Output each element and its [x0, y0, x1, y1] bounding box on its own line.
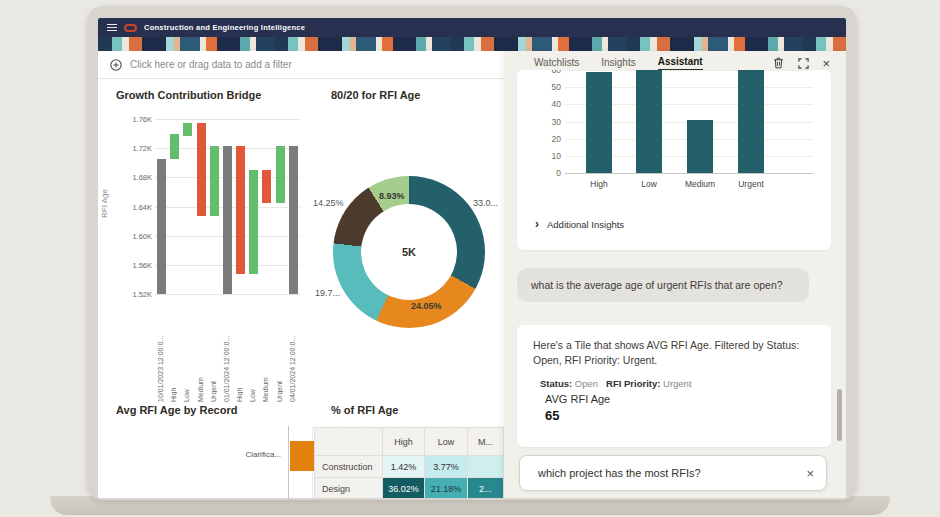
- oracle-logo-icon: [124, 24, 137, 32]
- chat-input[interactable]: [536, 466, 798, 480]
- assistant-answer-text: Here's a Tile that shows AVG RFI Age. Fi…: [533, 338, 815, 367]
- waterfall-y-ticks: 1.52K1.56K1.60K1.64K1.68K1.72K1.76K: [118, 119, 152, 294]
- waterfall-chart-title: Growth Contribution Bridge: [116, 89, 261, 101]
- hbar-category-label: Clarifica...: [198, 450, 281, 459]
- assistant-panel: Watchlists Insights Assistant: [504, 51, 846, 498]
- tile-metric-label: AVG RFI Age: [540, 393, 815, 405]
- tab-insights[interactable]: Insights: [601, 57, 635, 70]
- clear-input-icon[interactable]: ×: [798, 466, 814, 481]
- close-icon[interactable]: ×: [822, 57, 830, 70]
- tab-watchlists[interactable]: Watchlists: [534, 57, 579, 70]
- insight-chart-axis: [565, 173, 813, 174]
- metric-tile[interactable]: Status: Open RFI Priority: Urgent AVG RF…: [533, 378, 815, 423]
- tile-metric-value: 65: [540, 408, 815, 423]
- additional-insights-toggle[interactable]: › Additional Insights: [535, 218, 624, 230]
- waterfall-plot: [155, 119, 300, 295]
- expand-icon[interactable]: [797, 57, 809, 69]
- insight-chart-y-ticks: 0102030405060: [539, 70, 561, 180]
- waterfall-y-axis-label: RFI Age: [100, 189, 109, 218]
- assistant-answer-card: Here's a Tile that shows AVG RFI Age. Fi…: [517, 325, 831, 447]
- pct-table: HighLowM...Construction1.42%3.77%Design3…: [314, 427, 504, 498]
- tile-filters: Status: Open RFI Priority: Urgent: [540, 378, 815, 389]
- donut-center-label: 5K: [361, 204, 457, 300]
- hamburger-menu-icon[interactable]: [107, 24, 117, 32]
- chat-input-box[interactable]: ×: [519, 455, 827, 491]
- charts-area: Growth Contribution Bridge RFI Age 1.52K…: [98, 79, 504, 498]
- dashboard-pane: Click here or drag data to add a filter …: [98, 51, 504, 498]
- hbar-axis: [288, 426, 289, 498]
- donut-chart-title: 80/20 for RFI Age: [331, 89, 420, 101]
- app-title: Construction and Engineering Intelligenc…: [144, 23, 305, 32]
- top-app-bar: Construction and Engineering Intelligenc…: [98, 18, 846, 37]
- table-chart-title: % of RFI Age: [331, 404, 398, 416]
- hbar-chart-title: Avg RFI Age by Record: [116, 404, 237, 416]
- chevron-right-icon: ›: [535, 218, 539, 230]
- add-filter-icon: [110, 59, 122, 71]
- filter-placeholder: Click here or drag data to add a filter: [130, 59, 292, 70]
- app-screen: Construction and Engineering Intelligenc…: [98, 18, 846, 498]
- trash-icon[interactable]: [772, 57, 784, 69]
- donut-chart: 5K: [333, 176, 485, 328]
- laptop-screen-bezel: Construction and Engineering Intelligenc…: [87, 6, 857, 500]
- tab-assistant[interactable]: Assistant: [658, 56, 703, 71]
- user-chat-bubble: what is the average age of urgent RFIs t…: [517, 268, 809, 302]
- panel-scrollbar[interactable]: [837, 389, 842, 441]
- waterfall-x-labels: 10/01/2023 12:00:0...HighLowMediumUrgent…: [155, 298, 300, 404]
- insight-chart-card: 0102030405060 HighLowMediumUrgent › Addi…: [517, 70, 831, 250]
- filter-bar[interactable]: Click here or drag data to add a filter: [98, 51, 504, 79]
- decorative-banner: [98, 37, 846, 51]
